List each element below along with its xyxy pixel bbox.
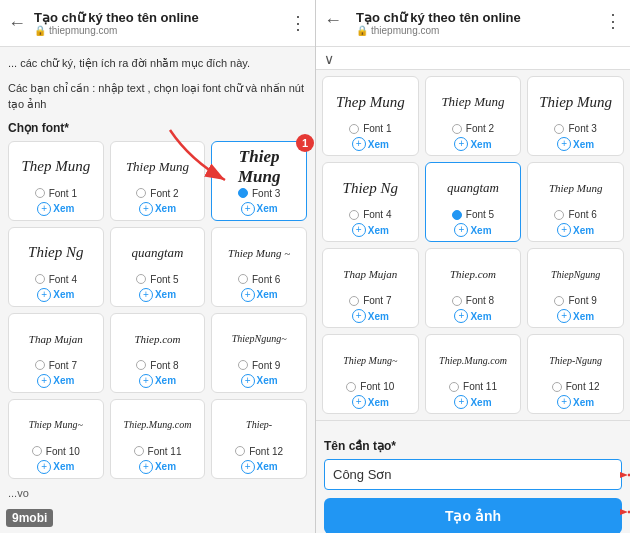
font-radio-5[interactable] (136, 274, 146, 284)
right-font-card-2[interactable]: Thiep Mung Font 2 Xem (425, 76, 522, 156)
font-radio-2[interactable] (136, 188, 146, 198)
font-preview-2: Thiep Mung (115, 148, 201, 186)
expand-icon[interactable]: ∨ (324, 51, 334, 67)
font-card-10[interactable]: Thiep Mung~ Font 10 Xem (8, 399, 104, 479)
font-radio-8[interactable] (136, 360, 146, 370)
right-xem-row-11[interactable]: Xem (454, 395, 491, 409)
font-radio-1[interactable] (35, 188, 45, 198)
font-preview-text-9: ThiepNgung~ (232, 333, 287, 344)
right-font-preview-2: Thiep Mung (430, 83, 517, 121)
font-radio-4[interactable] (35, 274, 45, 284)
right-create-button[interactable]: Tạo ảnh (324, 498, 622, 533)
font-radio-10[interactable] (32, 446, 42, 456)
font-card-1[interactable]: Thep Mung Font 1 Xem (8, 141, 104, 221)
expand-row: ∨ (316, 47, 630, 70)
xem-row-10[interactable]: Xem (37, 460, 74, 474)
right-font-card-7[interactable]: Thap Mujan Font 7 Xem (322, 248, 419, 328)
right-font-card-1[interactable]: Thep Mung Font 1 Xem (322, 76, 419, 156)
font-card-11[interactable]: Thiep.Mung.com Font 11 Xem (110, 399, 206, 479)
font-radio-7[interactable] (35, 360, 45, 370)
font-radio-12[interactable] (235, 446, 245, 456)
right-xem-label-8: Xem (470, 311, 491, 322)
annotation-circle-1: 1 (296, 134, 314, 152)
right-name-input[interactable] (324, 459, 622, 490)
right-xem-row-6[interactable]: Xem (557, 223, 594, 237)
font-radio-3[interactable] (238, 188, 248, 198)
right-font-name-3: Font 3 (568, 123, 596, 134)
right-xem-row-7[interactable]: Xem (352, 309, 389, 323)
right-font-card-11[interactable]: Thiep.Mung.com Font 11 Xem (425, 334, 522, 414)
right-font-label-row-5: Font 5 (430, 209, 517, 220)
font-radio-9[interactable] (238, 360, 248, 370)
right-font-radio-5[interactable] (452, 210, 462, 220)
left-content: ... các chữ ký, tiện ích ra đời nhằm mục… (0, 47, 315, 507)
right-font-card-3[interactable]: Thiep Mung Font 3 Xem (527, 76, 624, 156)
xem-row-9[interactable]: Xem (241, 374, 278, 388)
xem-row-1[interactable]: Xem (37, 202, 74, 216)
right-xem-row-5[interactable]: Xem (454, 223, 491, 237)
font-card-12[interactable]: Thiep- Font 12 Xem (211, 399, 307, 479)
xem-row-3[interactable]: Xem (241, 202, 278, 216)
font-preview-11: Thiep.Mung.com (115, 406, 201, 444)
right-xem-row-10[interactable]: Xem (352, 395, 389, 409)
right-font-card-9[interactable]: ThiepNgung Font 9 Xem (527, 248, 624, 328)
xem-row-12[interactable]: Xem (241, 460, 278, 474)
right-xem-row-3[interactable]: Xem (557, 137, 594, 151)
font-card-9[interactable]: ThiepNgung~ Font 9 Xem (211, 313, 307, 393)
right-xem-row-4[interactable]: Xem (352, 223, 389, 237)
xem-row-5[interactable]: Xem (139, 288, 176, 302)
xem-row-2[interactable]: Xem (139, 202, 176, 216)
right-font-radio-10[interactable] (346, 382, 356, 392)
font-name-5: Font 5 (150, 274, 178, 285)
font-card-4[interactable]: Thiep Ng Font 4 Xem (8, 227, 104, 307)
right-font-preview-text-5: quangtam (447, 180, 499, 196)
xem-icon-8 (139, 374, 153, 388)
right-font-radio-2[interactable] (452, 124, 462, 134)
right-font-radio-4[interactable] (349, 210, 359, 220)
right-font-name-10: Font 10 (360, 381, 394, 392)
right-xem-row-2[interactable]: Xem (454, 137, 491, 151)
xem-row-8[interactable]: Xem (139, 374, 176, 388)
right-font-card-6[interactable]: Thiep Mung Font 6 Xem (527, 162, 624, 242)
left-back-button[interactable]: ← (8, 13, 26, 34)
font-card-2[interactable]: Thiep Mung Font 2 Xem (110, 141, 206, 221)
font-preview-text-3: Thiep Mung (216, 148, 302, 186)
left-page-subtitle: 🔒 thiepmung.com (34, 25, 289, 36)
right-font-card-8[interactable]: Thiep.com Font 8 Xem (425, 248, 522, 328)
right-more-options-button[interactable]: ⋮ (604, 10, 622, 32)
right-font-radio-6[interactable] (554, 210, 564, 220)
right-font-card-5[interactable]: quangtam Font 5 Xem (425, 162, 522, 242)
right-xem-row-1[interactable]: Xem (352, 137, 389, 151)
font-radio-11[interactable] (134, 446, 144, 456)
xem-row-11[interactable]: Xem (139, 460, 176, 474)
font-card-6[interactable]: Thiep Mung ~ Font 6 Xem (211, 227, 307, 307)
right-xem-row-8[interactable]: Xem (454, 309, 491, 323)
xem-row-7[interactable]: Xem (37, 374, 74, 388)
right-font-radio-7[interactable] (349, 296, 359, 306)
right-font-card-12[interactable]: Thiep-Ngung Font 12 Xem (527, 334, 624, 414)
right-divider (316, 420, 630, 421)
right-font-radio-11[interactable] (449, 382, 459, 392)
right-font-card-10[interactable]: Thiep Mung~ Font 10 Xem (322, 334, 419, 414)
xem-row-4[interactable]: Xem (37, 288, 74, 302)
right-xem-row-9[interactable]: Xem (557, 309, 594, 323)
xem-row-6[interactable]: Xem (241, 288, 278, 302)
right-font-preview-9: ThiepNgung (532, 255, 619, 293)
right-xem-row-12[interactable]: Xem (557, 395, 594, 409)
right-font-radio-8[interactable] (452, 296, 462, 306)
font-radio-6[interactable] (238, 274, 248, 284)
font-label-row-4: Font 4 (13, 274, 99, 285)
font-card-8[interactable]: Thiep.com Font 8 Xem (110, 313, 206, 393)
font-card-3[interactable]: Thiep Mung Font 3 Xem 1 (211, 141, 307, 221)
right-font-card-4[interactable]: Thiep Ng Font 4 Xem (322, 162, 419, 242)
right-font-radio-12[interactable] (552, 382, 562, 392)
right-font-radio-1[interactable] (349, 124, 359, 134)
right-font-radio-3[interactable] (554, 124, 564, 134)
right-back-button[interactable]: ← (324, 10, 342, 31)
right-font-preview-text-2: Thiep Mung (441, 94, 504, 110)
right-font-label-row-12: Font 12 (532, 381, 619, 392)
right-font-radio-9[interactable] (554, 296, 564, 306)
left-more-options-button[interactable]: ⋮ (289, 12, 307, 34)
font-card-5[interactable]: quangtam Font 5 Xem (110, 227, 206, 307)
font-card-7[interactable]: Thap Mujan Font 7 Xem (8, 313, 104, 393)
